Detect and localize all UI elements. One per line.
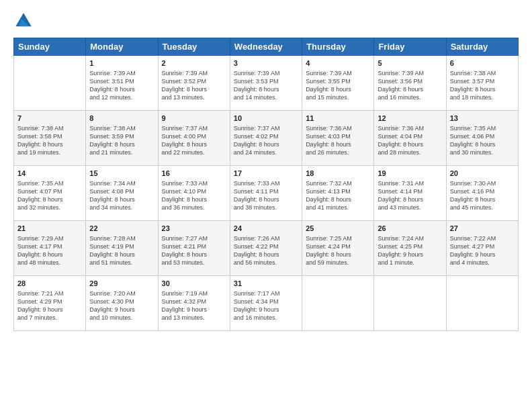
- day-number: 15: [89, 169, 154, 179]
- calendar-day-cell: 27Sunrise: 7:22 AM Sunset: 4:27 PM Dayli…: [446, 221, 518, 276]
- weekday-header: Thursday: [302, 38, 374, 56]
- day-number: 22: [89, 224, 154, 234]
- day-number: 13: [450, 113, 515, 124]
- day-info: Sunrise: 7:33 AM Sunset: 4:11 PM Dayligh…: [234, 179, 298, 212]
- day-number: 14: [17, 169, 82, 179]
- day-info: Sunrise: 7:31 AM Sunset: 4:14 PM Dayligh…: [378, 179, 442, 212]
- day-number: 24: [234, 224, 298, 234]
- calendar-day-cell: [374, 276, 446, 331]
- day-info: Sunrise: 7:21 AM Sunset: 4:29 PM Dayligh…: [17, 289, 82, 322]
- weekday-header: Wednesday: [230, 38, 302, 56]
- day-info: Sunrise: 7:39 AM Sunset: 3:55 PM Dayligh…: [306, 69, 370, 102]
- day-info: Sunrise: 7:25 AM Sunset: 4:24 PM Dayligh…: [306, 234, 370, 267]
- day-number: 27: [450, 224, 515, 234]
- day-info: Sunrise: 7:32 AM Sunset: 4:13 PM Dayligh…: [306, 179, 370, 212]
- calendar-day-cell: 7Sunrise: 7:38 AM Sunset: 3:58 PM Daylig…: [14, 111, 86, 166]
- day-number: 20: [450, 169, 515, 179]
- day-number: 28: [17, 279, 82, 289]
- calendar-day-cell: 17Sunrise: 7:33 AM Sunset: 4:11 PM Dayli…: [230, 166, 302, 221]
- calendar-day-cell: 26Sunrise: 7:24 AM Sunset: 4:25 PM Dayli…: [374, 221, 446, 276]
- day-number: 18: [306, 169, 370, 179]
- calendar-day-cell: 9Sunrise: 7:37 AM Sunset: 4:00 PM Daylig…: [158, 111, 230, 166]
- calendar-day-cell: 25Sunrise: 7:25 AM Sunset: 4:24 PM Dayli…: [302, 221, 374, 276]
- calendar-day-cell: 31Sunrise: 7:17 AM Sunset: 4:34 PM Dayli…: [230, 276, 302, 331]
- weekday-header: Monday: [86, 38, 158, 56]
- day-info: Sunrise: 7:39 AM Sunset: 3:52 PM Dayligh…: [162, 69, 226, 102]
- weekday-header: Saturday: [446, 38, 518, 56]
- calendar-day-cell: 13Sunrise: 7:35 AM Sunset: 4:06 PM Dayli…: [446, 111, 518, 166]
- calendar-day-cell: 30Sunrise: 7:19 AM Sunset: 4:32 PM Dayli…: [158, 276, 230, 331]
- day-number: 29: [89, 279, 154, 289]
- day-number: 19: [378, 169, 442, 179]
- day-number: 23: [162, 224, 226, 234]
- day-info: Sunrise: 7:35 AM Sunset: 4:06 PM Dayligh…: [450, 124, 515, 157]
- calendar-day-cell: 5Sunrise: 7:39 AM Sunset: 3:56 PM Daylig…: [374, 56, 446, 111]
- day-number: 21: [17, 224, 82, 234]
- day-info: Sunrise: 7:37 AM Sunset: 4:00 PM Dayligh…: [162, 124, 226, 157]
- day-number: 16: [162, 169, 226, 179]
- weekday-header: Friday: [374, 38, 446, 56]
- weekday-header: Sunday: [14, 38, 86, 56]
- calendar-week-row: 7Sunrise: 7:38 AM Sunset: 3:58 PM Daylig…: [14, 111, 519, 166]
- calendar-day-cell: 29Sunrise: 7:20 AM Sunset: 4:30 PM Dayli…: [86, 276, 158, 331]
- calendar-day-cell: 24Sunrise: 7:26 AM Sunset: 4:22 PM Dayli…: [230, 221, 302, 276]
- day-info: Sunrise: 7:39 AM Sunset: 3:56 PM Dayligh…: [378, 69, 442, 102]
- day-number: 30: [162, 279, 226, 289]
- day-number: 5: [378, 58, 442, 68]
- day-info: Sunrise: 7:38 AM Sunset: 3:59 PM Dayligh…: [89, 124, 154, 157]
- day-info: Sunrise: 7:24 AM Sunset: 4:25 PM Dayligh…: [378, 234, 442, 267]
- calendar-day-cell: 12Sunrise: 7:36 AM Sunset: 4:04 PM Dayli…: [374, 111, 446, 166]
- day-number: 6: [450, 58, 515, 68]
- day-number: 7: [17, 113, 82, 124]
- day-info: Sunrise: 7:39 AM Sunset: 3:53 PM Dayligh…: [234, 69, 298, 102]
- day-info: Sunrise: 7:35 AM Sunset: 4:07 PM Dayligh…: [17, 179, 82, 212]
- day-info: Sunrise: 7:29 AM Sunset: 4:17 PM Dayligh…: [17, 234, 82, 267]
- calendar-day-cell: 22Sunrise: 7:28 AM Sunset: 4:19 PM Dayli…: [86, 221, 158, 276]
- calendar-table: SundayMondayTuesdayWednesdayThursdayFrid…: [13, 38, 519, 331]
- calendar-day-cell: 18Sunrise: 7:32 AM Sunset: 4:13 PM Dayli…: [302, 166, 374, 221]
- calendar-day-cell: 10Sunrise: 7:37 AM Sunset: 4:02 PM Dayli…: [230, 111, 302, 166]
- day-number: 9: [162, 113, 226, 124]
- calendar-day-cell: 21Sunrise: 7:29 AM Sunset: 4:17 PM Dayli…: [14, 221, 86, 276]
- calendar-day-cell: 4Sunrise: 7:39 AM Sunset: 3:55 PM Daylig…: [302, 56, 374, 111]
- day-number: 1: [89, 58, 154, 68]
- calendar-day-cell: 11Sunrise: 7:36 AM Sunset: 4:03 PM Dayli…: [302, 111, 374, 166]
- logo: [13, 11, 36, 31]
- calendar-day-cell: 19Sunrise: 7:31 AM Sunset: 4:14 PM Dayli…: [374, 166, 446, 221]
- calendar-day-cell: [14, 56, 86, 111]
- day-info: Sunrise: 7:28 AM Sunset: 4:19 PM Dayligh…: [89, 234, 154, 267]
- day-number: 3: [234, 58, 298, 68]
- calendar-day-cell: [446, 276, 518, 331]
- calendar-day-cell: 20Sunrise: 7:30 AM Sunset: 4:16 PM Dayli…: [446, 166, 518, 221]
- day-number: 26: [378, 224, 442, 234]
- day-info: Sunrise: 7:36 AM Sunset: 4:03 PM Dayligh…: [306, 124, 370, 157]
- day-info: Sunrise: 7:34 AM Sunset: 4:08 PM Dayligh…: [89, 179, 154, 212]
- logo-icon: [13, 11, 34, 31]
- day-info: Sunrise: 7:38 AM Sunset: 3:57 PM Dayligh…: [450, 69, 515, 102]
- day-number: 11: [306, 113, 370, 124]
- day-info: Sunrise: 7:19 AM Sunset: 4:32 PM Dayligh…: [162, 289, 226, 322]
- day-info: Sunrise: 7:33 AM Sunset: 4:10 PM Dayligh…: [162, 179, 226, 212]
- day-info: Sunrise: 7:26 AM Sunset: 4:22 PM Dayligh…: [234, 234, 298, 267]
- calendar-day-cell: 14Sunrise: 7:35 AM Sunset: 4:07 PM Dayli…: [14, 166, 86, 221]
- calendar-week-row: 28Sunrise: 7:21 AM Sunset: 4:29 PM Dayli…: [14, 276, 519, 331]
- calendar-day-cell: 6Sunrise: 7:38 AM Sunset: 3:57 PM Daylig…: [446, 56, 518, 111]
- day-number: 31: [234, 279, 298, 289]
- day-info: Sunrise: 7:22 AM Sunset: 4:27 PM Dayligh…: [450, 234, 515, 267]
- calendar-day-cell: 15Sunrise: 7:34 AM Sunset: 4:08 PM Dayli…: [86, 166, 158, 221]
- calendar-day-cell: 23Sunrise: 7:27 AM Sunset: 4:21 PM Dayli…: [158, 221, 230, 276]
- day-number: 4: [306, 58, 370, 68]
- day-info: Sunrise: 7:36 AM Sunset: 4:04 PM Dayligh…: [378, 124, 442, 157]
- day-info: Sunrise: 7:30 AM Sunset: 4:16 PM Dayligh…: [450, 179, 515, 212]
- day-number: 17: [234, 169, 298, 179]
- day-info: Sunrise: 7:39 AM Sunset: 3:51 PM Dayligh…: [89, 69, 154, 102]
- day-number: 10: [234, 113, 298, 124]
- calendar-day-cell: 8Sunrise: 7:38 AM Sunset: 3:59 PM Daylig…: [86, 111, 158, 166]
- calendar-day-cell: 16Sunrise: 7:33 AM Sunset: 4:10 PM Dayli…: [158, 166, 230, 221]
- day-info: Sunrise: 7:38 AM Sunset: 3:58 PM Dayligh…: [17, 124, 82, 157]
- day-info: Sunrise: 7:17 AM Sunset: 4:34 PM Dayligh…: [234, 289, 298, 322]
- day-number: 8: [89, 113, 154, 124]
- calendar-week-row: 21Sunrise: 7:29 AM Sunset: 4:17 PM Dayli…: [14, 221, 519, 276]
- day-number: 2: [162, 58, 226, 68]
- day-number: 12: [378, 113, 442, 124]
